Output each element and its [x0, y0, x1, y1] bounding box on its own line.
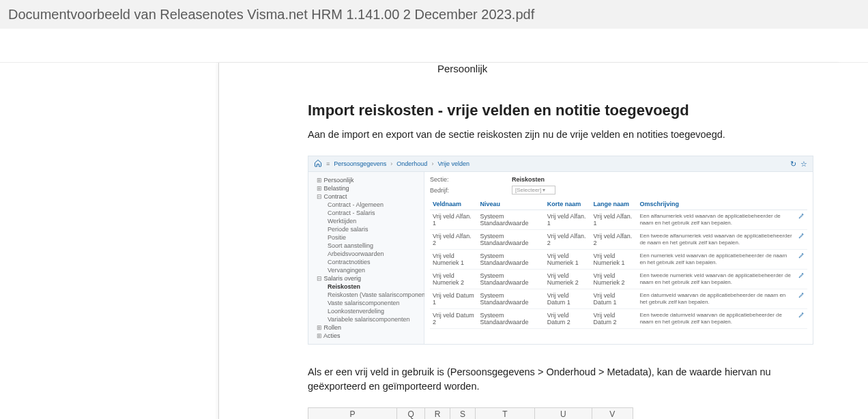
tree-node: Werktijden — [313, 217, 420, 225]
tree-node: Contract - Algemeen — [313, 201, 420, 209]
cell-omschrijving: Een tweede numeriek veld waarvan de appl… — [637, 270, 796, 289]
pencil-icon — [796, 210, 807, 230]
tree-node: Variabele salariscomponenten — [313, 315, 420, 323]
xls-column-letter: R — [425, 408, 450, 419]
cell-omschrijving: Een alfanumeriek veld waarvan de applica… — [637, 210, 796, 230]
cell-korte: Vrij veld Datum 2 — [545, 309, 591, 329]
cell-veldnaam: Vrij veld Alfan. 1 — [430, 210, 478, 230]
breadcrumb-seg: Persoonsgegevens — [334, 160, 386, 167]
cell-omschrijving: Een tweede alfanumeriek veld waarvan de … — [637, 230, 796, 250]
header-gap — [0, 29, 868, 42]
table-row: Vrij veld Datum 1Systeem Standaardwaarde… — [430, 289, 807, 309]
pencil-icon — [796, 250, 807, 270]
th-korte: Korte naam — [545, 199, 591, 210]
section-followup: Als er een vrij veld in gebruik is (Pers… — [308, 365, 813, 394]
tree-node: Reiskosten — [313, 283, 420, 291]
prev-section-header: Persoonlijk — [437, 63, 813, 74]
breadcrumb-seg: Vrije velden — [437, 160, 469, 167]
cell-omschrijving: Een datumveld waarvan de applicatiebehee… — [637, 289, 796, 309]
cell-niveau: Systeem Standaardwaarde — [478, 250, 545, 270]
tree-node: Reiskosten (Vaste salariscomponenten) — [313, 291, 420, 299]
tree-node: Contract — [313, 192, 420, 201]
cell-niveau: Systeem Standaardwaarde — [478, 270, 545, 289]
cell-korte: Vrij veld Datum 1 — [545, 289, 591, 309]
cell-lange: Vrij veld Datum 2 — [591, 309, 637, 329]
cell-omschrijving: Een numeriek veld waarvan de applicatieb… — [637, 250, 796, 270]
cell-veldnaam: Vrij veld Numeriek 1 — [430, 250, 478, 270]
excel-snippet: PQRSTUV vrij veld alfan 1vrij veld alfan… — [308, 407, 633, 419]
cell-niveau: Systeem Standaardwaarde — [478, 230, 545, 250]
app-screenshot: ≡ Persoonsgegevens › Onderhoud › Vrije v… — [308, 156, 813, 345]
xls-column-letter: V — [592, 408, 633, 419]
refresh-icon: ↻ — [790, 160, 796, 169]
star-icon: ☆ — [800, 160, 807, 169]
xls-column-letter: T — [476, 408, 534, 419]
bedrijf-select: [Selecteer] ▾ — [512, 186, 555, 194]
cell-veldnaam: Vrij veld Numeriek 2 — [430, 270, 478, 289]
form-label-sectie: Sectie: — [430, 176, 484, 183]
document-title: Documentvoorbeeld van Releasenotes Visma… — [8, 7, 534, 23]
table-row: Vrij veld Numeriek 2Systeem Standaardwaa… — [430, 270, 807, 289]
table-row: Vrij veld Alfan. 2Systeem Standaardwaard… — [430, 230, 807, 250]
tree-node: Positie — [313, 233, 420, 242]
header-divider — [0, 42, 868, 63]
cell-lange: Vrij veld Numeriek 1 — [591, 250, 637, 270]
cell-niveau: Systeem Standaardwaarde — [478, 210, 545, 230]
th-veldnaam: Veldnaam — [430, 199, 478, 210]
pencil-icon — [796, 289, 807, 309]
section-heading: Import reiskosten - vrije velden en noti… — [308, 102, 813, 119]
cell-omschrijving: Een tweede datumveld waarvan de applicat… — [637, 309, 796, 329]
cell-lange: Vrij veld Alfan. 1 — [591, 210, 637, 230]
tree-node: Salaris overig — [313, 274, 420, 283]
xls-column-letter: S — [450, 408, 476, 419]
form-value-sectie: Reiskosten — [512, 176, 545, 183]
tree-node: Arbeidsvoorwaarden — [313, 250, 420, 258]
cell-korte: Vrij veld Alfan. 1 — [545, 210, 591, 230]
pencil-icon — [796, 309, 807, 329]
pdf-page: Persoonlijk Import reiskosten - vrije ve… — [218, 63, 841, 419]
th-lange: Lange naam — [591, 199, 637, 210]
form-label-bedrijf: Bedrijf: — [430, 187, 484, 194]
tree-node: Soort aanstelling — [313, 242, 420, 250]
viewer-header: Documentvoorbeeld van Releasenotes Visma… — [0, 0, 868, 29]
left-gutter — [0, 63, 218, 419]
cell-veldnaam: Vrij veld Alfan. 2 — [430, 230, 478, 250]
cell-lange: Vrij veld Datum 1 — [591, 289, 637, 309]
cell-korte: Vrij veld Alfan. 2 — [545, 230, 591, 250]
cell-korte: Vrij veld Numeriek 2 — [545, 270, 591, 289]
tree-node: Acties — [313, 332, 420, 340]
tree-node: Rollen — [313, 323, 420, 332]
tree-node: Belasting — [313, 184, 420, 192]
cell-niveau: Systeem Standaardwaarde — [478, 289, 545, 309]
table-row: Vrij veld Numeriek 1Systeem Standaardwaa… — [430, 250, 807, 270]
xls-column-letter: U — [534, 408, 592, 419]
xls-column-letter: Q — [397, 408, 425, 419]
tree-node: Persoonlijk — [313, 176, 420, 184]
tree-node: Loonkostenverdeling — [313, 307, 420, 315]
breadcrumb-seg: Onderhoud — [396, 160, 427, 167]
pencil-icon — [796, 230, 807, 250]
tree-node: Vaste salariscomponenten — [313, 299, 420, 307]
cell-niveau: Systeem Standaardwaarde — [478, 309, 545, 329]
table-row: Vrij veld Datum 2Systeem Standaardwaarde… — [430, 309, 807, 329]
breadcrumb: ≡ Persoonsgegevens › Onderhoud › Vrije v… — [314, 159, 469, 169]
cell-lange: Vrij veld Numeriek 2 — [591, 270, 637, 289]
tree-node: Periode salaris — [313, 225, 420, 233]
th-oms: Omschrijving — [637, 199, 796, 210]
th-niveau: Niveau — [478, 199, 545, 210]
select-placeholder: [Selecteer] — [515, 187, 541, 193]
section-intro: Aan de import en export van de sectie re… — [308, 128, 813, 142]
xls-column-letter: P — [308, 408, 397, 419]
tree-node: Vervangingen — [313, 266, 420, 274]
cell-veldnaam: Vrij veld Datum 2 — [430, 309, 478, 329]
cell-lange: Vrij veld Alfan. 2 — [591, 230, 637, 250]
nav-tree: PersoonlijkBelastingContractContract - A… — [308, 172, 424, 344]
cell-korte: Vrij veld Numeriek 1 — [545, 250, 591, 270]
table-row: Vrij veld Alfan. 1Systeem Standaardwaard… — [430, 210, 807, 230]
tree-node: Contract - Salaris — [313, 209, 420, 217]
cell-veldnaam: Vrij veld Datum 1 — [430, 289, 478, 309]
fields-table: Veldnaam Niveau Korte naam Lange naam Om… — [430, 199, 807, 329]
home-icon — [314, 159, 322, 169]
pencil-icon — [796, 270, 807, 289]
tree-node: Contractnotities — [313, 258, 420, 266]
